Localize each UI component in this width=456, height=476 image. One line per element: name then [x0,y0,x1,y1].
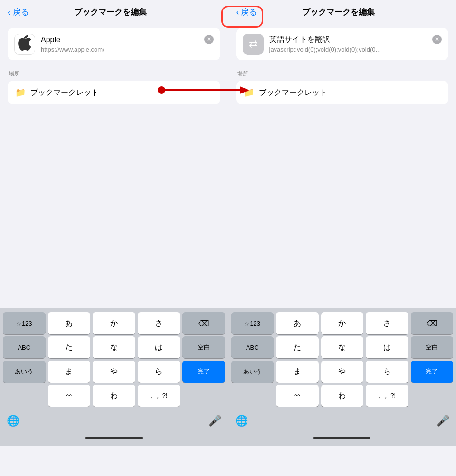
left-folder-icon: 📁 [15,87,26,98]
right-kb-a[interactable]: あ [276,312,319,334]
right-kb-ta[interactable]: た [276,336,319,358]
left-kb-ha[interactable]: は [138,336,180,358]
right-kb-abc[interactable]: ABC [231,336,274,358]
right-kb-na[interactable]: な [321,336,364,358]
right-kb-space[interactable]: 空白 [411,336,454,358]
left-panel: ‹ 戻る ブックマークを編集 https://www.apple.com/ ✕ [0,0,228,294]
right-bookmark-card: ⇄ javascript:void(0);void(0);void(0);voi… [236,28,449,60]
left-location-text: ブックマークレット [30,88,99,98]
left-bookmark-fields: https://www.apple.com/ [41,36,199,53]
right-kb-row-4: ^^ わ 、。?! [231,385,454,407]
left-location-card[interactable]: 📁 ブックマークレット [8,81,220,104]
right-bookmark-name-input[interactable] [269,36,427,44]
left-kb-row-2: ABC た な は 空白 [3,336,225,358]
right-globe-icon[interactable]: 🌐 [231,411,252,431]
left-kb-na[interactable]: な [93,336,135,358]
left-bookmark-url: https://www.apple.com/ [41,46,199,53]
right-location-card[interactable]: 📁 ブックマークレット [236,81,449,104]
left-kb-ra[interactable]: ら [138,361,180,383]
left-location-label: 場所 [8,70,220,78]
left-kb-abc[interactable]: ABC [3,336,46,358]
left-home-indicator [86,437,142,439]
right-kb-delete[interactable]: ⌫ [411,312,454,334]
left-back-label[interactable]: 戻る [13,7,29,18]
apple-logo-icon [18,35,31,54]
right-bookmark-form: ⇄ javascript:void(0);void(0);void(0);voi… [228,22,456,66]
right-nav-bar: ‹ 戻る ブックマークを編集 [228,0,456,22]
left-kb-ya[interactable]: や [93,361,135,383]
right-kb-done[interactable]: 完了 [411,361,454,383]
left-bookmark-form: https://www.apple.com/ ✕ [0,22,228,66]
left-kb-daku[interactable]: ^^ [48,385,91,407]
right-kb-ra[interactable]: ら [366,361,408,383]
right-translate-icon-wrap: ⇄ [243,34,264,55]
left-clear-button[interactable]: ✕ [204,35,214,44]
left-kb-num-switch[interactable]: ☆123 [3,312,46,334]
left-kb-wa[interactable]: わ [93,385,135,407]
right-bookmark-fields: javascript:void(0);void(0);void(0);void(… [269,36,427,53]
left-kb-delete[interactable]: ⌫ [182,312,225,334]
left-bookmark-icon [14,34,35,55]
right-bookmark-url: javascript:void(0);void(0);void(0);void(… [269,46,427,53]
left-kb-done[interactable]: 完了 [182,361,225,383]
right-folder-icon: 📁 [244,87,254,98]
right-kb-aiueo[interactable]: あいう [231,361,274,383]
right-location-label: 場所 [236,70,449,78]
right-kb-num-switch[interactable]: ☆123 [231,312,274,334]
left-kb-aiueo[interactable]: あいう [3,361,46,383]
right-kb-daku[interactable]: ^^ [276,385,319,407]
right-kb-ma[interactable]: ま [276,361,319,383]
right-back-button[interactable]: ‹ 戻る [236,7,257,18]
left-bookmark-name-input[interactable] [41,36,199,44]
left-kb-a[interactable]: あ [48,312,91,334]
left-kb-sa[interactable]: さ [138,312,180,334]
right-kb-ha[interactable]: は [366,336,408,358]
right-chevron-icon: ‹ [236,7,239,18]
right-keyboard: ☆123 あ か さ ⌫ ABC た な は 空白 あいう ま や ら 完了 [228,308,456,437]
left-back-button[interactable]: ‹ 戻る [8,7,29,18]
right-kb-wa[interactable]: わ [321,385,364,407]
right-home-indicator [314,437,370,439]
right-panel: ‹ 戻る ブックマークを編集 ⇄ javascript:void(0);void… [228,0,456,294]
right-kb-row-3: あいう ま や ら 完了 [231,361,454,383]
right-mic-icon[interactable]: 🎤 [433,411,453,431]
right-kb-punct[interactable]: 、。?! [366,385,408,407]
left-kb-row-3: あいう ま や ら 完了 [3,361,225,383]
left-nav-bar: ‹ 戻る ブックマークを編集 [0,0,228,22]
left-kb-ma[interactable]: ま [48,361,91,383]
left-kb-ka[interactable]: か [93,312,135,334]
right-kb-sa[interactable]: さ [366,312,408,334]
left-kb-space[interactable]: 空白 [182,336,225,358]
right-location-text: ブックマークレット [259,88,327,98]
left-location-section: 場所 📁 ブックマークレット [0,66,228,104]
left-bookmark-card: https://www.apple.com/ ✕ [8,28,220,60]
left-keyboard: ☆123 あ か さ ⌫ ABC た な は 空白 あいう ま や ら 完了 [0,308,228,437]
left-chevron-icon: ‹ [8,7,11,18]
left-kb-row-1: ☆123 あ か さ ⌫ [3,312,225,334]
right-kb-ya[interactable]: や [321,361,364,383]
right-clear-button[interactable]: ✕ [432,35,442,44]
right-title: ブックマークを編集 [257,7,420,18]
left-kb-ta[interactable]: た [48,336,91,358]
left-title: ブックマークを編集 [29,7,192,18]
left-mic-icon[interactable]: 🎤 [205,411,225,431]
right-location-section: 場所 📁 ブックマークレット [228,66,456,104]
right-kb-ka[interactable]: か [321,312,364,334]
translate-icon: ⇄ [249,38,257,50]
right-back-label[interactable]: 戻る [241,7,257,18]
right-kb-row-1: ☆123 あ か さ ⌫ [231,312,454,334]
left-kb-row-4: ^^ わ 、。?! [3,385,225,407]
left-kb-punct[interactable]: 、。?! [138,385,180,407]
left-globe-icon[interactable]: 🌐 [3,411,23,431]
right-kb-row-2: ABC た な は 空白 [231,336,454,358]
